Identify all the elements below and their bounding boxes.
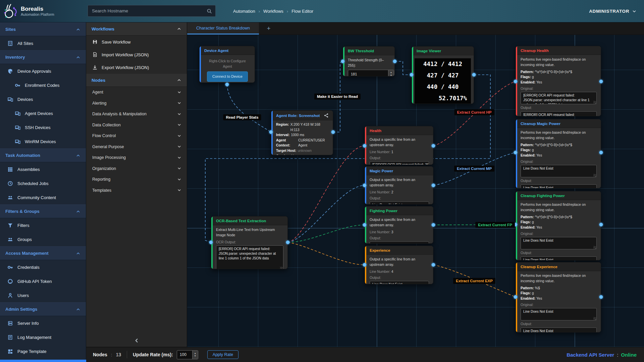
output-textarea[interactable]: Line Does Not Exist [521,256,597,260]
node-cleanup-fighting-power[interactable]: Cleanup Fighting Power Performs live reg… [516,191,601,260]
tab-character-status-breakdown[interactable]: Character Status Breakdown [187,22,259,35]
port-cleanup-mp-out[interactable] [599,150,603,155]
port-cleanup-fp-out[interactable] [599,223,603,227]
port-image-viewer-out[interactable] [472,73,476,77]
flow-canvas[interactable]: Read Player Stats Make it Easier to Read… [187,35,644,347]
sidebar-item-log-management[interactable]: Log Management [0,330,86,344]
node-cleanup-health[interactable]: Cleanup Health Performs live regex-based… [516,46,601,116]
sidebar-item-device-approvals[interactable]: Device Approvals [0,64,86,78]
brand[interactable]: Borealis Automation Platform [3,0,87,22]
port-ocr-out[interactable] [286,240,290,244]
node-experience[interactable]: Experience Output a specific line from a… [365,246,433,284]
original-textarea[interactable]: Line Does Not Exist [521,237,597,249]
port-cleanup-health-in[interactable] [514,79,518,83]
apply-rate-button[interactable]: Apply Rate [207,350,238,359]
output-textarea[interactable]: Line Does Not Exist [370,201,429,204]
sidebar-section-task-automation[interactable]: Task Automation [0,148,86,162]
threshold-input[interactable] [348,70,388,77]
sidebar-item-agent-devices[interactable]: Agent Devices [0,106,86,120]
output-textarea[interactable]: Line Does Not Exist [370,281,429,284]
port-fighting-power-in[interactable] [363,223,367,227]
sidebar-section-filters-groups[interactable]: Filters & Groups [0,204,86,218]
spinner-control[interactable]: ▲▼ [192,351,198,359]
output-textarea[interactable]: [ERROR] OCR API request failed: JSON.par… [521,111,597,116]
output-textarea[interactable]: Line Does Not Exist [370,241,429,244]
output-textarea[interactable]: [ERROR] OCR API request failed: JSON.par… [370,161,429,165]
node-category-flow-control[interactable]: Flow Control [86,130,187,141]
node-cleanup-experience[interactable]: Cleanup Experience Performs live regex-b… [516,262,601,333]
import-workflow-button[interactable]: Import Workflow (JSON) [86,48,187,61]
sidebar-item-assemblies[interactable]: Assemblies [0,162,86,176]
sidebar-item-server-info[interactable]: Server Info [0,316,86,330]
node-category-data-collection[interactable]: Data Collection [86,120,187,131]
node-cleanup-magic-power[interactable]: Cleanup Magic Power Performs live regex-… [516,119,601,188]
port-bw-threshold-in[interactable] [341,59,345,63]
port-experience-out[interactable] [431,263,435,267]
node-ocr-text-extraction[interactable]: OCR-Based Text Extraction Extract Multi-… [211,216,288,269]
node-category-general-purpose[interactable]: General Purpose [86,141,187,153]
sidebar-item-github-api-token[interactable]: GitHub API Token [0,274,86,288]
panel-header-nodes[interactable]: Nodes [86,74,187,87]
sidebar-item-page-template[interactable]: Page Template [0,344,86,358]
port-cleanup-health-out[interactable] [599,79,603,83]
port-device-agent-out[interactable] [225,82,229,86]
breadcrumb-automation[interactable]: Automation [233,9,255,14]
sidebar-item-ssh-devices[interactable]: SSH Devices [0,120,86,134]
port-fighting-power-out[interactable] [431,223,435,227]
port-cleanup-exp-in[interactable] [514,295,518,299]
collapse-panel-button[interactable] [86,338,187,344]
port-ocr-in[interactable] [209,240,213,244]
port-health-out[interactable] [431,144,435,148]
sidebar-item-credentials[interactable]: Credentials [0,260,86,274]
port-magic-power-in[interactable] [363,183,367,187]
sidebar-section-admin-settings[interactable]: Admin Settings [0,302,86,316]
node-category-image-processing[interactable]: Image Processing [86,152,187,163]
port-agent-role-in[interactable] [269,130,273,134]
sidebar-section-access-management[interactable]: Access Management [0,246,86,260]
sidebar-item-winrm-devices[interactable]: WinRM Devices [0,134,86,148]
node-health[interactable]: Health Output a specific line from an up… [365,126,433,165]
sidebar-section-sites[interactable]: Sites [0,22,86,36]
output-textarea[interactable]: Line Does Not Exist [521,184,597,188]
user-menu[interactable]: ADMINISTRATOR [589,0,637,22]
node-image-viewer[interactable]: Image Viewer 4412 / 4412 427 / 427 440 /… [412,46,474,104]
panel-header-workflows[interactable]: Workflows [86,22,187,36]
port-agent-role-out[interactable] [331,130,335,134]
port-cleanup-mp-in[interactable] [514,150,518,155]
node-category-agent[interactable]: Agent [86,87,187,98]
node-device-agent[interactable]: Device Agent Right-Click to Configure Ag… [199,46,255,83]
node-category-data-analysis[interactable]: Data Analysis & Manipulation [86,109,187,120]
port-image-viewer-in[interactable] [410,73,414,77]
sidebar-item-filters[interactable]: Filters [0,218,86,232]
node-category-alerting[interactable]: Alerting [86,98,187,109]
sidebar-item-scheduled-jobs[interactable]: Scheduled Jobs [0,176,86,190]
node-fighting-power[interactable]: Fighting Power Output a specific line fr… [365,206,433,244]
new-tab-button[interactable]: + [259,22,278,35]
breadcrumb-workflows[interactable]: Workflows [263,9,283,14]
export-workflow-button[interactable]: Export Workflow (JSON) [86,61,187,74]
save-workflow-button[interactable]: Save Workflow [86,36,187,48]
node-category-templates[interactable]: Templates [86,185,187,196]
original-textarea[interactable]: Line Does Not Exist [521,308,597,320]
original-textarea[interactable]: Line Does Not Exist [521,165,597,177]
search-input[interactable] [88,8,207,13]
port-health-in[interactable] [363,144,367,148]
sidebar-section-inventory[interactable]: Inventory [0,50,86,64]
node-bw-threshold[interactable]: BW Threshold Threshold Strength (0–255):… [343,46,395,76]
sidebar-item-devices[interactable]: Devices [0,92,86,106]
node-category-reporting[interactable]: Reporting [86,174,187,185]
port-cleanup-exp-out[interactable] [599,295,603,299]
sidebar-item-users[interactable]: Users [0,288,86,302]
output-textarea[interactable]: Line Does Not Exist [521,327,597,333]
breadcrumb-flow-editor[interactable]: Flow Editor [291,9,313,14]
update-rate-input[interactable] [177,351,192,359]
sidebar-item-all-sites[interactable]: All Sites [0,36,86,50]
sidebar-item-enrollment-codes[interactable]: Enrollment Codes [0,78,86,92]
original-textarea[interactable]: [ERROR] OCR API request failed: JSON.par… [521,92,597,104]
spinner-control[interactable]: ▲▼ [388,70,394,77]
connect-to-device-button[interactable]: Connect to Device [207,71,248,82]
share-icon[interactable] [324,113,329,118]
sidebar-item-community-content[interactable]: Community Content [0,190,86,204]
sidebar-item-groups[interactable]: Groups [0,232,86,246]
node-agent-role-screenshot[interactable]: Agent Role: Screenshot Region:X:200 Y:41… [271,110,333,155]
